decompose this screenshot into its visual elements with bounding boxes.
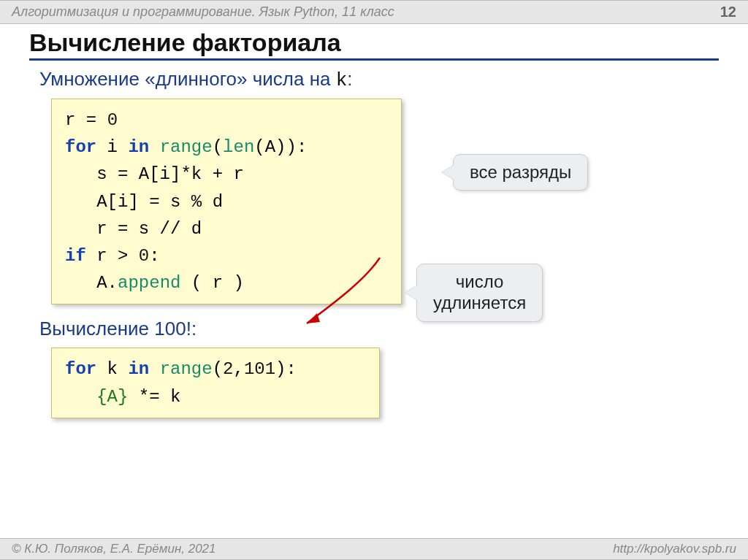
code-block-1: r = 0 for i in range(len(A)): s = A[i]*k… <box>51 99 402 304</box>
code-token: ( r ) <box>180 273 243 293</box>
header-bar: Алгоритмизация и программирование. Язык … <box>0 0 748 24</box>
section1-prefix: Умножение «длинного» числа на <box>39 68 336 90</box>
slide-title: Вычисление факториала <box>29 28 719 61</box>
code-token: in <box>128 137 149 157</box>
course-title: Алгоритмизация и программирование. Язык … <box>12 4 394 20</box>
code-token: : <box>149 246 159 266</box>
code-token <box>149 359 159 379</box>
callout-all-digits: все разряды <box>453 154 588 191</box>
code-token: , <box>233 359 243 379</box>
code-block-2: for k in range(2,101): {A} *= k <box>51 348 380 418</box>
callout-line1: число <box>456 272 504 291</box>
section2-heading: Вычисление 100!: <box>39 318 719 340</box>
code-token: ): <box>275 359 297 379</box>
code-token: if <box>65 246 86 266</box>
footer-url: http://kpolyakov.spb.ru <box>613 542 736 556</box>
section1-heading: Умножение «длинного» числа на k: <box>39 68 719 91</box>
footer-bar: © К.Ю. Поляков, Е.А. Ерёмин, 2021 http:/… <box>0 538 748 560</box>
code-token: *= k <box>128 387 180 407</box>
slide-content: Вычисление факториала Умножение «длинног… <box>0 24 748 418</box>
code-token: i <box>96 137 128 157</box>
code-token: 101 <box>244 359 275 379</box>
code-token: = <box>75 110 107 130</box>
code-token: len <box>223 137 254 157</box>
code-token <box>149 137 159 157</box>
section1-suffix: : <box>347 68 352 90</box>
code-token: 0 <box>107 110 118 130</box>
code-token: ( <box>213 137 223 157</box>
code-token <box>65 387 96 407</box>
code-token: r > <box>86 246 139 266</box>
callout-number-grows: число удлиняется <box>416 264 543 322</box>
callout-text: все разряды <box>470 162 571 182</box>
code-line: A[i] = s % d <box>65 192 223 212</box>
code-token: range <box>160 137 213 157</box>
code-line: r = s // d <box>65 219 202 239</box>
callout-line2: удлиняется <box>433 293 526 312</box>
code-token: for <box>65 359 96 379</box>
page-number: 12 <box>720 4 736 20</box>
code-token: in <box>128 359 149 379</box>
code-token: range <box>160 359 213 379</box>
code-token: 2 <box>223 359 233 379</box>
code-line: s = A[i]*k + r <box>65 164 244 184</box>
code-token: for <box>65 137 96 157</box>
code-token: 0 <box>139 246 149 266</box>
footer-authors: © К.Ю. Поляков, Е.А. Ерёмин, 2021 <box>12 542 216 556</box>
code-token: append <box>118 273 180 293</box>
code-token: ( <box>213 359 223 379</box>
section1-var: k <box>336 69 348 91</box>
code-token: r <box>65 110 75 130</box>
code-token: k <box>96 359 128 379</box>
code-token: (A)): <box>254 137 307 157</box>
code-token: {A} <box>96 387 128 407</box>
code-token: A. <box>65 273 118 293</box>
